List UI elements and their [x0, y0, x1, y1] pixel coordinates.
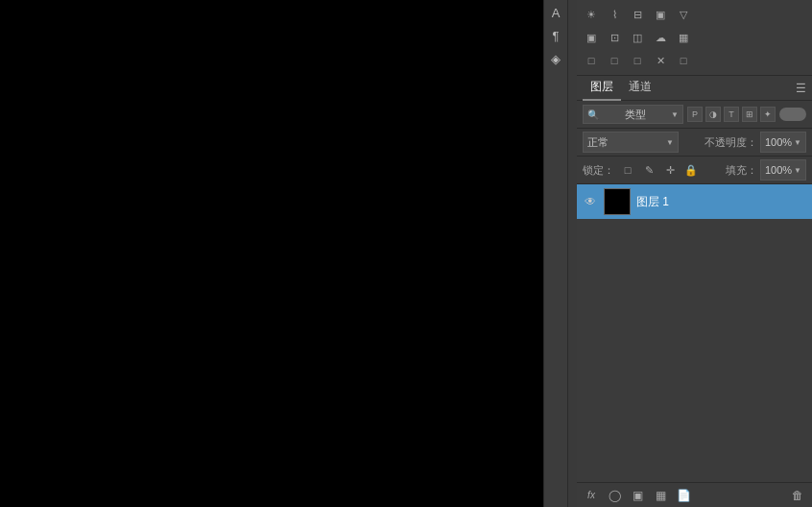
blend-mode-select[interactable]: 正常 ▼ — [583, 132, 679, 153]
panel-bottom: fx ◯ ▣ ▦ 📄 🗑 — [577, 482, 812, 507]
triangle-icon[interactable]: ▽ — [675, 6, 692, 23]
opacity-value-text: 100% — [765, 136, 792, 148]
icon-toolbar: ☀ ⌇ ⊟ ▣ ▽ ▣ ⊡ ◫ ☁ ▦ □ □ □ ✕ □ — [577, 0, 812, 76]
lock-transparent-icon[interactable]: □ — [620, 162, 635, 178]
paragraph-tool-icon[interactable]: ¶ — [547, 27, 564, 44]
filter-adjust-icon[interactable]: ◑ — [705, 107, 721, 122]
icon-row-2: ▣ ⊡ ◫ ☁ ▦ — [583, 27, 806, 48]
lock-label: 锁定： — [583, 163, 614, 178]
grid-icon[interactable]: ⊟ — [629, 6, 646, 23]
layer-name-label: 图层 1 — [636, 194, 806, 210]
new-adjustment-button[interactable]: ▣ — [629, 487, 646, 504]
blend-mode-label: 正常 — [587, 135, 609, 150]
filter-icons: P ◑ T ⊞ ✦ — [687, 107, 776, 122]
tab-channels[interactable]: 通道 — [621, 75, 659, 101]
fill-group: 填充： 100% ▼ — [726, 159, 806, 181]
layers-panel: 图层 通道 ☰ 🔍 类型 ▼ P ◑ T ⊞ ✦ 正常 ▼ — [577, 76, 812, 507]
table-icon[interactable]: ▦ — [675, 29, 692, 46]
close-icon[interactable]: ✕ — [652, 52, 669, 69]
blend-chevron-icon: ▼ — [666, 138, 674, 147]
layer-visibility-toggle[interactable]: 👁 — [583, 194, 598, 209]
icon-row-1: ☀ ⌇ ⊟ ▣ ▽ — [583, 4, 806, 25]
lock-all-icon[interactable]: 🔒 — [683, 162, 699, 178]
frame3-icon[interactable]: □ — [629, 52, 646, 69]
delete-layer-button[interactable]: 🗑 — [789, 487, 806, 504]
lock-row: 锁定： □ ✎ ✛ 🔒 填充： 100% ▼ — [577, 157, 812, 184]
lock-paint-icon[interactable]: ✎ — [641, 162, 657, 178]
search-icon: 🔍 — [587, 109, 599, 120]
fx-button[interactable]: fx — [583, 487, 600, 504]
layer-thumbnail — [604, 188, 631, 215]
filter-pixel-icon[interactable]: P — [687, 107, 703, 122]
tab-layers[interactable]: 图层 — [583, 75, 621, 101]
panel-tabs: 图层 通道 ☰ — [577, 76, 812, 101]
opacity-label: 不透明度： — [705, 135, 757, 150]
square-icon[interactable]: ▣ — [583, 29, 600, 46]
sun-icon[interactable]: ☀ — [583, 6, 600, 23]
filter-smart-icon[interactable]: ✦ — [760, 107, 776, 122]
new-group-button[interactable]: ▦ — [652, 487, 669, 504]
split-icon[interactable]: ◫ — [629, 29, 646, 46]
icon-row-3: □ □ □ ✕ □ — [583, 50, 806, 71]
ruler-strip — [567, 0, 577, 507]
rect-icon[interactable]: ▣ — [652, 6, 669, 23]
new-layer-button[interactable]: 📄 — [675, 487, 692, 504]
box-tool-icon[interactable]: ◈ — [547, 50, 564, 67]
right-toolstrip: A ¶ ◈ — [543, 0, 567, 507]
frame4-icon[interactable]: □ — [675, 52, 692, 69]
fill-chevron-icon: ▼ — [794, 166, 801, 175]
chevron-down-icon: ▼ — [671, 110, 679, 119]
filter-type-label: 类型 — [625, 108, 646, 122]
text-tool-icon[interactable]: A — [547, 4, 564, 21]
opacity-value-input[interactable]: 100% ▼ — [760, 132, 806, 153]
filter-shape-icon[interactable]: ⊞ — [742, 107, 757, 122]
frame1-icon[interactable]: □ — [583, 52, 600, 69]
blend-row: 正常 ▼ 不透明度： 100% ▼ — [577, 129, 812, 157]
opacity-group: 不透明度： 100% ▼ — [705, 132, 806, 153]
canvas-area — [0, 0, 543, 507]
fill-label: 填充： — [726, 163, 757, 178]
panel-menu-button[interactable]: ☰ — [796, 82, 806, 95]
opacity-chevron-icon: ▼ — [794, 138, 801, 147]
fill-value-input[interactable]: 100% ▼ — [760, 159, 806, 181]
filter-type-select[interactable]: 🔍 类型 ▼ — [583, 105, 683, 124]
fill-value-text: 100% — [765, 164, 792, 176]
balance-icon[interactable]: ⊡ — [606, 29, 623, 46]
cloud-icon[interactable]: ☁ — [652, 29, 669, 46]
filter-text-icon[interactable]: T — [724, 107, 739, 122]
filter-toggle[interactable] — [779, 108, 806, 121]
panels-area: ☀ ⌇ ⊟ ▣ ▽ ▣ ⊡ ◫ ☁ ▦ □ □ □ ✕ □ 图层 通道 ☰ — [577, 0, 812, 507]
table-row[interactable]: 👁 图层 1 — [577, 184, 812, 219]
layer-list: 👁 图层 1 — [577, 184, 812, 482]
add-mask-button[interactable]: ◯ — [606, 487, 623, 504]
frame2-icon[interactable]: □ — [606, 52, 623, 69]
curve-icon[interactable]: ⌇ — [606, 6, 623, 23]
lock-move-icon[interactable]: ✛ — [662, 162, 678, 178]
layer-filter-row: 🔍 类型 ▼ P ◑ T ⊞ ✦ — [577, 101, 812, 129]
